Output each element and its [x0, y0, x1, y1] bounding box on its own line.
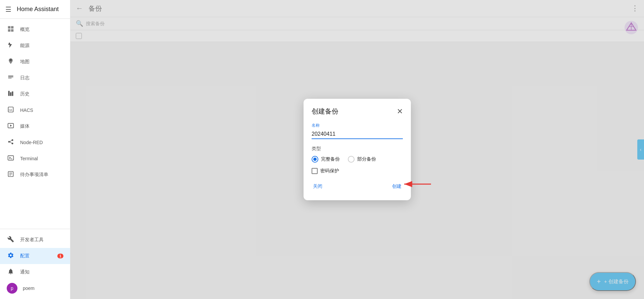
sidebar-label-nodered: Node-RED: [20, 140, 43, 145]
overview-icon: [7, 25, 15, 34]
sidebar-item-notify[interactable]: 通知: [0, 264, 70, 280]
sidebar-label-config: 配置: [20, 253, 30, 259]
sidebar-label-todo: 待办事项清单: [20, 172, 48, 178]
app-title: Home Assistant: [17, 6, 59, 13]
dialog-name-label: 名称: [312, 123, 403, 128]
todo-icon: [7, 171, 15, 179]
dialog-actions: 关闭 创建: [312, 181, 403, 192]
sidebar-nav: 概览 能源 地图 日志 历史: [0, 19, 70, 229]
sidebar-item-hacs[interactable]: HA HACS: [0, 102, 70, 118]
sidebar-label-notify: 通知: [20, 269, 30, 275]
dialog-type-section: 类型 完整备份 部分备份: [312, 146, 403, 163]
svg-rect-2: [10, 92, 11, 96]
dialog-title: 创建备份: [312, 107, 338, 116]
svg-rect-3: [12, 91, 13, 96]
menu-icon[interactable]: ☰: [5, 5, 11, 13]
media-icon: [7, 122, 15, 131]
sidebar-item-todo[interactable]: 待办事项清单: [0, 167, 70, 183]
dialog-title-row: 创建备份 ✕: [312, 107, 403, 116]
avatar: p: [7, 283, 17, 294]
svg-line-12: [10, 142, 12, 143]
sidebar-item-media[interactable]: 媒体: [0, 118, 70, 134]
password-label: 密码保护: [320, 168, 339, 174]
energy-icon: [7, 42, 15, 50]
radio-full-backup[interactable]: 完整备份: [312, 156, 340, 163]
sidebar-item-config[interactable]: 配置 1: [0, 248, 70, 264]
dialog-create-button[interactable]: 创建: [391, 181, 403, 192]
sidebar-label-history: 历史: [20, 91, 30, 97]
sidebar-item-nodered[interactable]: Node-RED: [0, 134, 70, 151]
password-checkbox-row: 密码保护: [312, 168, 403, 174]
radio-partial-label: 部分备份: [357, 156, 376, 162]
sidebar-label-user: poem: [23, 286, 35, 291]
terminal-icon: [7, 155, 15, 163]
log-icon: [7, 74, 15, 82]
svg-point-8: [8, 141, 10, 142]
config-icon: [7, 252, 15, 260]
dialog-name-field: 名称: [312, 123, 403, 139]
radio-partial-backup[interactable]: 部分备份: [348, 156, 376, 163]
sidebar-item-energy[interactable]: 能源: [0, 38, 70, 54]
svg-marker-7: [10, 124, 12, 127]
svg-point-9: [12, 139, 13, 141]
sidebar-item-overview[interactable]: 概览: [0, 22, 70, 38]
sidebar-label-overview: 概览: [20, 27, 30, 33]
notify-icon: [7, 268, 15, 276]
dialog-close-button[interactable]: ✕: [397, 108, 403, 115]
hacs-icon: HA: [7, 106, 15, 115]
sidebar-item-devtools[interactable]: 开发者工具: [0, 232, 70, 248]
svg-point-10: [12, 142, 13, 144]
sidebar-item-terminal[interactable]: Terminal: [0, 151, 70, 167]
sidebar-label-terminal: Terminal: [20, 156, 38, 161]
dialog-cancel-button[interactable]: 关闭: [312, 181, 324, 192]
sidebar-label-media: 媒体: [20, 123, 30, 129]
radio-partial-circle: [348, 156, 355, 163]
radio-full-circle: [312, 156, 318, 163]
nodered-icon: [7, 138, 15, 147]
sidebar-bottom: 开发者工具 配置 1 通知 p poem: [0, 229, 70, 299]
map-icon: [7, 58, 15, 66]
devtools-icon: [7, 236, 15, 244]
create-backup-dialog: 创建备份 ✕ 名称 类型 完整备份 部分备份: [304, 99, 411, 200]
sidebar-label-map: 地图: [20, 59, 30, 65]
dialog-type-label: 类型: [312, 146, 403, 152]
sidebar: ☰ Home Assistant 概览 能源 地图 日志: [0, 0, 70, 299]
sidebar-label-energy: 能源: [20, 43, 30, 49]
sidebar-label-hacs: HACS: [20, 108, 33, 113]
sidebar-label-devtools: 开发者工具: [20, 237, 44, 243]
svg-rect-1: [8, 91, 10, 96]
history-icon: [7, 90, 15, 98]
dialog-overlay: 创建备份 ✕ 名称 类型 完整备份 部分备份: [70, 0, 644, 299]
red-arrow: [401, 177, 434, 191]
main-content: ← 备份 ⋮ 🔍 您还没有备份。 ‹ + + 创建备份 创建备份: [70, 0, 644, 299]
radio-full-label: 完整备份: [321, 156, 340, 162]
sidebar-header: ☰ Home Assistant: [0, 0, 70, 19]
dialog-radio-group: 完整备份 部分备份: [312, 156, 403, 163]
config-badge: 1: [57, 254, 63, 258]
sidebar-label-log: 日志: [20, 75, 30, 81]
sidebar-item-user[interactable]: p poem: [0, 280, 70, 296]
sidebar-item-log[interactable]: 日志: [0, 70, 70, 86]
dialog-name-input[interactable]: [312, 130, 403, 139]
svg-text:HA: HA: [9, 109, 12, 112]
password-checkbox[interactable]: [312, 168, 318, 174]
sidebar-item-history[interactable]: 历史: [0, 86, 70, 102]
svg-line-11: [10, 140, 12, 141]
sidebar-item-map[interactable]: 地图: [0, 54, 70, 70]
